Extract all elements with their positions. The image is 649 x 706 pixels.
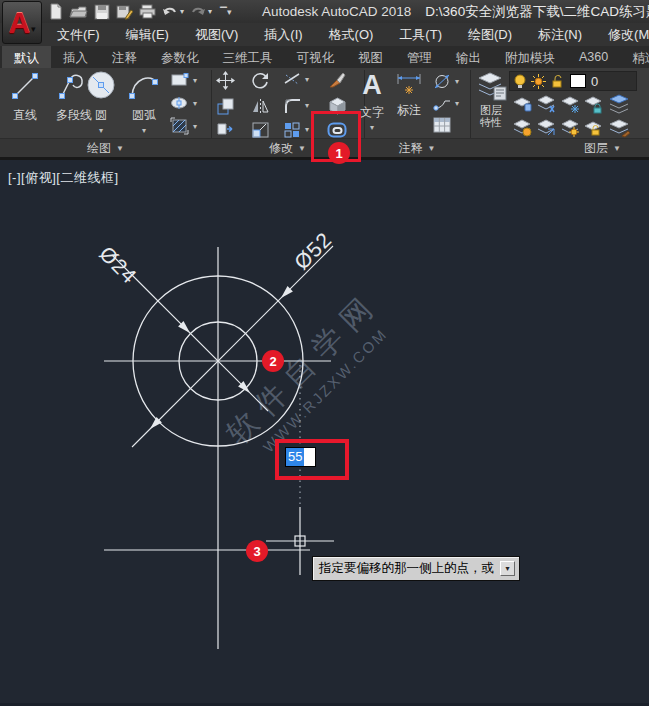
scale-button[interactable] [251, 121, 270, 139]
layer-freeze-icon[interactable] [560, 95, 582, 115]
chevron-down-icon[interactable]: ▾ [455, 99, 459, 108]
tab-parametric[interactable]: 参数化 [149, 46, 211, 68]
tab-manage[interactable]: 管理 [395, 46, 444, 68]
chevron-down-icon[interactable]: ▾ [142, 124, 146, 137]
stretch-button[interactable] [216, 121, 235, 137]
tab-visualize[interactable]: 可视化 [285, 46, 347, 68]
layers-panel-title[interactable]: 图层▼ [470, 138, 649, 157]
chevron-down-icon[interactable]: ▾ [193, 99, 197, 108]
fillet-button[interactable]: ▾ [283, 97, 309, 114]
current-file-path: D:\360安全浏览器下载\二维CAD练习题\ [425, 3, 649, 21]
chevron-down-icon[interactable]: ▾ [305, 101, 309, 110]
layer-on-off-icon[interactable] [512, 118, 534, 138]
line-button[interactable]: 直线 [4, 70, 46, 122]
layer-freeze-isolate-icon[interactable] [536, 95, 558, 115]
tab-3d-tools[interactable]: 三维工具 [211, 46, 285, 68]
tab-annotate[interactable]: 注释 [100, 46, 149, 68]
viewport-controls-label[interactable]: [-][俯视][二维线框] [8, 169, 119, 187]
tab-insert[interactable]: 插入 [51, 46, 100, 68]
redo-icon[interactable] [190, 5, 206, 19]
ellipse-icon [170, 95, 190, 111]
annotate-panel-title[interactable]: 注释▼ [364, 138, 470, 157]
quick-access-toolbar: ▾ ▾ ▔▾ [48, 2, 231, 21]
layer-on-bulb-icon [514, 74, 526, 89]
layer-properties-button[interactable]: 图层 特性 [472, 70, 510, 128]
hatch-button[interactable]: ▾ [170, 117, 197, 135]
dimension-button[interactable]: 标注 [390, 70, 428, 117]
menu-file[interactable]: 文件(F) [44, 26, 113, 44]
move-icon [216, 71, 235, 90]
dimension-label: 标注 [397, 104, 421, 117]
dynamic-input-field[interactable]: 55 [285, 447, 316, 467]
ellipse-button[interactable]: ▾ [170, 95, 197, 111]
menu-view[interactable]: 视图(V) [182, 26, 251, 44]
layer-walk-icon[interactable] [608, 118, 630, 138]
dimension-icon [393, 70, 425, 100]
layer-thaw-all-icon[interactable] [560, 118, 582, 138]
tab-featured-apps[interactable]: 精选应用 [620, 46, 649, 68]
app-title: Autodesk AutoCAD 2018 [262, 4, 411, 19]
line-icon [10, 70, 40, 102]
qat-customize-icon[interactable]: ▔▾ [220, 7, 231, 17]
tab-default[interactable]: 默认 [2, 46, 51, 68]
layer-isolate-icon[interactable] [512, 95, 534, 115]
menu-tools[interactable]: 工具(T) [386, 26, 455, 44]
move-button[interactable] [216, 71, 235, 90]
layer-lock-icon[interactable] [583, 95, 605, 115]
diameter-dim-button[interactable]: ▾ [432, 73, 459, 90]
rotate-button[interactable] [251, 71, 270, 90]
menu-bar: 文件(F) 编辑(E) 视图(V) 插入(I) 格式(O) 工具(T) 绘图(D… [0, 23, 649, 46]
tab-output[interactable]: 输出 [444, 46, 493, 68]
array-button[interactable]: ▾ [283, 121, 309, 138]
circle-button[interactable]: 圆 ▾ [84, 70, 118, 137]
line-label: 直线 [13, 109, 37, 122]
application-menu-button[interactable]: A ▾ [2, 1, 42, 44]
menu-insert[interactable]: 插入(I) [251, 26, 315, 44]
table-button[interactable] [432, 116, 452, 134]
layer-merge-icon[interactable] [608, 93, 630, 113]
dynamic-input-more-icon[interactable]: ▾ [500, 561, 515, 576]
mirror-button[interactable] [251, 97, 270, 115]
chevron-down-icon[interactable]: ▾ [305, 125, 309, 134]
undo-dropdown-icon[interactable]: ▾ [180, 7, 184, 16]
tab-view[interactable]: 视图 [346, 46, 395, 68]
menu-format[interactable]: 格式(O) [316, 26, 387, 44]
chevron-down-icon[interactable]: ▾ [455, 77, 459, 86]
save-as-icon[interactable] [116, 4, 133, 20]
redo-dropdown-icon[interactable]: ▾ [208, 7, 212, 16]
erase-button[interactable] [328, 71, 347, 89]
layer-thaw-sun-icon [531, 74, 546, 89]
layer-unlock-all-icon[interactable] [583, 118, 605, 138]
print-icon[interactable] [139, 4, 156, 19]
tab-a360[interactable]: A360 [567, 46, 620, 68]
menu-dimension[interactable]: 标注(N) [525, 26, 595, 44]
chevron-down-icon[interactable]: ▾ [193, 76, 197, 85]
step-badge-1: 1 [328, 142, 350, 164]
layer-state-control[interactable]: 0 [509, 71, 637, 91]
save-icon[interactable] [94, 4, 110, 20]
undo-icon[interactable] [162, 5, 178, 19]
menu-modify[interactable]: 修改(M) [595, 26, 649, 44]
rectangle-button[interactable]: ▾ [170, 72, 197, 88]
prompt-text: 指定要偏移的那一侧上的点，或 [313, 560, 500, 577]
menu-edit[interactable]: 编辑(E) [113, 26, 182, 44]
leader-button[interactable]: ▾ [432, 95, 459, 111]
drawing-canvas[interactable]: 软件自学网 WWW.RJZXW.COM Ø52 Ø24 [0, 163, 649, 706]
tab-add-ins[interactable]: 附加模块 [493, 46, 567, 68]
text-icon: A [362, 70, 382, 100]
menu-draw[interactable]: 绘图(D) [455, 26, 525, 44]
array-icon [283, 121, 302, 138]
svg-text:2: 2 [269, 354, 276, 369]
chevron-down-icon[interactable]: ▾ [193, 122, 197, 131]
draw-panel-title[interactable]: 绘图▼ [0, 138, 211, 157]
chevron-down-icon[interactable]: ▾ [99, 124, 103, 137]
layer-unisolate-icon[interactable] [536, 118, 558, 138]
chevron-down-icon[interactable]: ▾ [370, 121, 374, 134]
open-icon[interactable] [69, 4, 88, 19]
arc-button[interactable]: 圆弧 ▾ [124, 70, 164, 137]
new-file-icon[interactable] [48, 3, 63, 20]
chevron-down-icon[interactable]: ▾ [305, 75, 309, 84]
leader-icon [432, 95, 452, 111]
copy-button[interactable] [216, 97, 235, 116]
trim-button[interactable]: ▾ [283, 71, 309, 87]
